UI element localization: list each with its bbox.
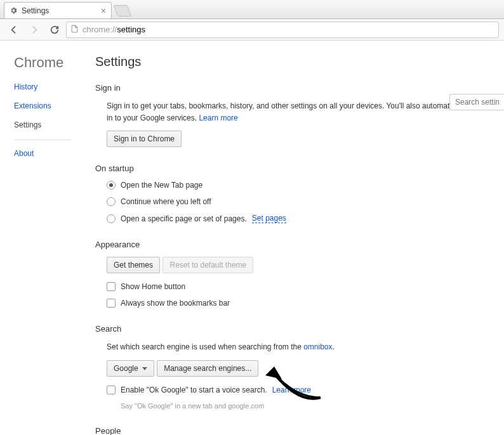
get-themes-button[interactable]: Get themes [107,257,160,273]
ok-google-hint: Say "Ok Google" in a new tab and google.… [107,402,504,410]
appearance-heading: Appearance [95,240,504,249]
checkbox-icon [107,299,116,308]
chevron-down-icon [142,367,147,370]
section-search: Search Set which search engine is used w… [95,324,504,409]
checkbox-icon [107,386,116,394]
people-heading: People [95,426,504,435]
close-icon[interactable]: × [101,6,106,16]
ok-google-checkbox[interactable]: Enable "Ok Google" to start a voice sear… [107,386,504,394]
tab-title: Settings [22,6,49,15]
sidebar-item-settings[interactable]: Settings [14,120,95,129]
checkbox-icon [107,282,116,291]
url-scheme: chrome:// [83,25,117,34]
search-engine-dropdown[interactable]: Google [107,360,154,377]
toolbar: chrome://settings [0,19,504,41]
show-home-checkbox[interactable]: Show Home button [107,282,504,291]
manage-search-engines-button[interactable]: Manage search engines... [157,360,258,377]
main-panel: Settings Sign in Sign in to get your tab… [95,41,504,435]
search-desc: Set which search engine is used when sea… [107,341,504,353]
sidebar-item-extensions[interactable]: Extensions [14,101,95,110]
signin-learn-more-link[interactable]: Learn more [199,114,237,122]
radio-icon [107,214,116,223]
page-title: Settings [95,55,504,69]
startup-radio-continue[interactable]: Continue where you left off [107,197,504,206]
sidebar: Chrome History Extensions Settings About [0,41,95,435]
tab-bar: Settings × [0,0,504,19]
search-heading: Search [95,324,504,334]
content-area: Chrome History Extensions Settings About… [0,41,504,435]
address-bar[interactable]: chrome://settings [66,22,499,38]
show-bookmarks-checkbox[interactable]: Always show the bookmarks bar [107,299,504,308]
browser-tab-settings[interactable]: Settings × [4,2,112,18]
signin-button[interactable]: Sign in to Chrome [107,131,182,147]
reset-theme-button: Reset to default theme [162,257,253,273]
reload-button[interactable] [46,22,63,38]
radio-icon [107,181,116,190]
sidebar-item-about[interactable]: About [14,149,95,158]
ok-google-learn-more-link[interactable]: Learn more [272,386,311,394]
section-appearance: Appearance Get themes Reset to default t… [95,240,504,308]
settings-search-input[interactable] [449,94,504,110]
omnibox-link[interactable]: omnibox [303,342,332,351]
startup-heading: On startup [95,164,504,173]
back-button[interactable] [5,22,23,38]
signin-desc: Sign in to get your tabs, bookmarks, his… [107,100,504,124]
sidebar-divider [14,140,71,140]
sidebar-item-history[interactable]: History [14,82,95,91]
set-pages-link[interactable]: Set pages [252,214,286,223]
settings-search [449,94,504,110]
url-path: settings [117,25,145,34]
gear-icon [10,6,18,15]
new-tab-button[interactable] [114,5,132,16]
signin-heading: Sign in [95,83,504,93]
radio-icon [107,197,116,206]
section-people: People [95,426,504,435]
page-icon [70,25,79,35]
section-signin: Sign in Sign in to get your tabs, bookma… [95,83,504,147]
startup-radio-newtab[interactable]: Open the New Tab page [107,181,504,190]
sidebar-brand: Chrome [14,55,95,71]
forward-button[interactable] [25,22,43,38]
startup-radio-specific[interactable]: Open a specific page or set of pages. Se… [107,214,504,223]
section-startup: On startup Open the New Tab page Continu… [95,164,504,223]
